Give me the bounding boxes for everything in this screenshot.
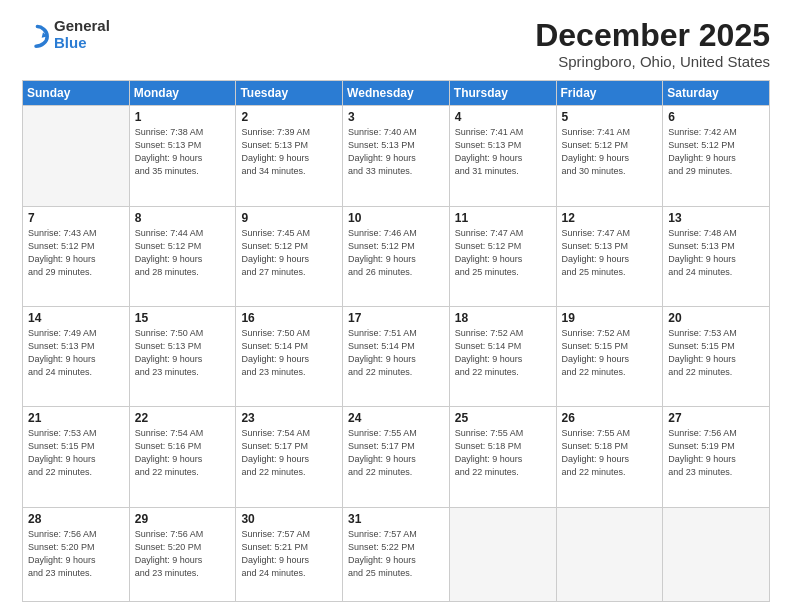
calendar-cell: 20Sunrise: 7:53 AM Sunset: 5:15 PM Dayli…	[663, 306, 770, 406]
calendar-cell	[663, 507, 770, 602]
col-sunday: Sunday	[23, 81, 130, 106]
day-info: Sunrise: 7:47 AM Sunset: 5:12 PM Dayligh…	[455, 227, 551, 279]
calendar-cell: 4Sunrise: 7:41 AM Sunset: 5:13 PM Daylig…	[449, 106, 556, 206]
day-number: 9	[241, 211, 337, 225]
calendar-cell	[23, 106, 130, 206]
day-number: 21	[28, 411, 124, 425]
day-info: Sunrise: 7:53 AM Sunset: 5:15 PM Dayligh…	[28, 427, 124, 479]
calendar-cell: 12Sunrise: 7:47 AM Sunset: 5:13 PM Dayli…	[556, 206, 663, 306]
calendar-cell: 11Sunrise: 7:47 AM Sunset: 5:12 PM Dayli…	[449, 206, 556, 306]
logo-line2: Blue	[54, 35, 110, 52]
day-info: Sunrise: 7:49 AM Sunset: 5:13 PM Dayligh…	[28, 327, 124, 379]
day-number: 12	[562, 211, 658, 225]
day-info: Sunrise: 7:57 AM Sunset: 5:21 PM Dayligh…	[241, 528, 337, 580]
day-info: Sunrise: 7:41 AM Sunset: 5:12 PM Dayligh…	[562, 126, 658, 178]
title-block: December 2025 Springboro, Ohio, United S…	[535, 18, 770, 70]
calendar-cell: 9Sunrise: 7:45 AM Sunset: 5:12 PM Daylig…	[236, 206, 343, 306]
day-number: 13	[668, 211, 764, 225]
calendar-cell: 29Sunrise: 7:56 AM Sunset: 5:20 PM Dayli…	[129, 507, 236, 602]
day-info: Sunrise: 7:40 AM Sunset: 5:13 PM Dayligh…	[348, 126, 444, 178]
day-info: Sunrise: 7:54 AM Sunset: 5:16 PM Dayligh…	[135, 427, 231, 479]
day-info: Sunrise: 7:41 AM Sunset: 5:13 PM Dayligh…	[455, 126, 551, 178]
day-number: 11	[455, 211, 551, 225]
calendar-cell: 7Sunrise: 7:43 AM Sunset: 5:12 PM Daylig…	[23, 206, 130, 306]
day-number: 6	[668, 110, 764, 124]
calendar-cell: 14Sunrise: 7:49 AM Sunset: 5:13 PM Dayli…	[23, 306, 130, 406]
calendar-header-row: Sunday Monday Tuesday Wednesday Thursday…	[23, 81, 770, 106]
day-info: Sunrise: 7:38 AM Sunset: 5:13 PM Dayligh…	[135, 126, 231, 178]
day-info: Sunrise: 7:53 AM Sunset: 5:15 PM Dayligh…	[668, 327, 764, 379]
calendar-cell: 31Sunrise: 7:57 AM Sunset: 5:22 PM Dayli…	[343, 507, 450, 602]
calendar-cell: 13Sunrise: 7:48 AM Sunset: 5:13 PM Dayli…	[663, 206, 770, 306]
calendar-cell: 5Sunrise: 7:41 AM Sunset: 5:12 PM Daylig…	[556, 106, 663, 206]
day-number: 16	[241, 311, 337, 325]
calendar-cell	[449, 507, 556, 602]
logo: General Blue	[22, 18, 110, 51]
calendar-cell: 17Sunrise: 7:51 AM Sunset: 5:14 PM Dayli…	[343, 306, 450, 406]
logo-icon	[22, 21, 50, 49]
day-number: 15	[135, 311, 231, 325]
day-number: 27	[668, 411, 764, 425]
day-number: 5	[562, 110, 658, 124]
calendar-week-1: 1Sunrise: 7:38 AM Sunset: 5:13 PM Daylig…	[23, 106, 770, 206]
day-number: 17	[348, 311, 444, 325]
calendar-week-2: 7Sunrise: 7:43 AM Sunset: 5:12 PM Daylig…	[23, 206, 770, 306]
col-saturday: Saturday	[663, 81, 770, 106]
calendar-cell: 15Sunrise: 7:50 AM Sunset: 5:13 PM Dayli…	[129, 306, 236, 406]
day-info: Sunrise: 7:56 AM Sunset: 5:19 PM Dayligh…	[668, 427, 764, 479]
calendar-table: Sunday Monday Tuesday Wednesday Thursday…	[22, 80, 770, 602]
header: General Blue December 2025 Springboro, O…	[22, 18, 770, 70]
calendar-cell: 3Sunrise: 7:40 AM Sunset: 5:13 PM Daylig…	[343, 106, 450, 206]
col-friday: Friday	[556, 81, 663, 106]
day-info: Sunrise: 7:52 AM Sunset: 5:14 PM Dayligh…	[455, 327, 551, 379]
day-number: 28	[28, 512, 124, 526]
day-info: Sunrise: 7:50 AM Sunset: 5:14 PM Dayligh…	[241, 327, 337, 379]
day-number: 19	[562, 311, 658, 325]
calendar-cell: 10Sunrise: 7:46 AM Sunset: 5:12 PM Dayli…	[343, 206, 450, 306]
day-info: Sunrise: 7:55 AM Sunset: 5:17 PM Dayligh…	[348, 427, 444, 479]
day-info: Sunrise: 7:51 AM Sunset: 5:14 PM Dayligh…	[348, 327, 444, 379]
day-number: 22	[135, 411, 231, 425]
day-info: Sunrise: 7:52 AM Sunset: 5:15 PM Dayligh…	[562, 327, 658, 379]
day-number: 18	[455, 311, 551, 325]
day-number: 2	[241, 110, 337, 124]
day-info: Sunrise: 7:55 AM Sunset: 5:18 PM Dayligh…	[455, 427, 551, 479]
day-info: Sunrise: 7:39 AM Sunset: 5:13 PM Dayligh…	[241, 126, 337, 178]
calendar-cell: 26Sunrise: 7:55 AM Sunset: 5:18 PM Dayli…	[556, 407, 663, 507]
col-wednesday: Wednesday	[343, 81, 450, 106]
day-number: 25	[455, 411, 551, 425]
day-number: 24	[348, 411, 444, 425]
col-thursday: Thursday	[449, 81, 556, 106]
calendar-cell: 25Sunrise: 7:55 AM Sunset: 5:18 PM Dayli…	[449, 407, 556, 507]
logo-line1: General	[54, 18, 110, 35]
calendar-cell: 27Sunrise: 7:56 AM Sunset: 5:19 PM Dayli…	[663, 407, 770, 507]
day-number: 3	[348, 110, 444, 124]
calendar-cell: 19Sunrise: 7:52 AM Sunset: 5:15 PM Dayli…	[556, 306, 663, 406]
calendar-cell: 30Sunrise: 7:57 AM Sunset: 5:21 PM Dayli…	[236, 507, 343, 602]
day-number: 1	[135, 110, 231, 124]
day-info: Sunrise: 7:54 AM Sunset: 5:17 PM Dayligh…	[241, 427, 337, 479]
subtitle: Springboro, Ohio, United States	[535, 53, 770, 70]
main-title: December 2025	[535, 18, 770, 53]
day-number: 30	[241, 512, 337, 526]
col-monday: Monday	[129, 81, 236, 106]
page: General Blue December 2025 Springboro, O…	[0, 0, 792, 612]
day-info: Sunrise: 7:42 AM Sunset: 5:12 PM Dayligh…	[668, 126, 764, 178]
calendar-week-5: 28Sunrise: 7:56 AM Sunset: 5:20 PM Dayli…	[23, 507, 770, 602]
day-number: 31	[348, 512, 444, 526]
calendar-cell: 21Sunrise: 7:53 AM Sunset: 5:15 PM Dayli…	[23, 407, 130, 507]
day-info: Sunrise: 7:57 AM Sunset: 5:22 PM Dayligh…	[348, 528, 444, 580]
day-info: Sunrise: 7:48 AM Sunset: 5:13 PM Dayligh…	[668, 227, 764, 279]
day-number: 23	[241, 411, 337, 425]
calendar-cell: 24Sunrise: 7:55 AM Sunset: 5:17 PM Dayli…	[343, 407, 450, 507]
day-number: 26	[562, 411, 658, 425]
calendar-week-3: 14Sunrise: 7:49 AM Sunset: 5:13 PM Dayli…	[23, 306, 770, 406]
calendar-week-4: 21Sunrise: 7:53 AM Sunset: 5:15 PM Dayli…	[23, 407, 770, 507]
col-tuesday: Tuesday	[236, 81, 343, 106]
day-number: 8	[135, 211, 231, 225]
calendar-cell: 28Sunrise: 7:56 AM Sunset: 5:20 PM Dayli…	[23, 507, 130, 602]
calendar-cell: 6Sunrise: 7:42 AM Sunset: 5:12 PM Daylig…	[663, 106, 770, 206]
day-info: Sunrise: 7:44 AM Sunset: 5:12 PM Dayligh…	[135, 227, 231, 279]
day-info: Sunrise: 7:55 AM Sunset: 5:18 PM Dayligh…	[562, 427, 658, 479]
calendar-cell: 22Sunrise: 7:54 AM Sunset: 5:16 PM Dayli…	[129, 407, 236, 507]
